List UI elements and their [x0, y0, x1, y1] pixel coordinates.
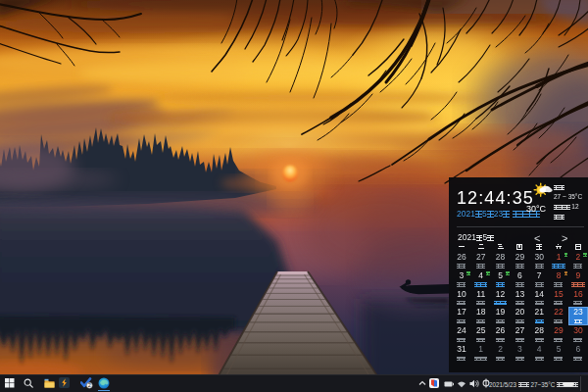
svg-text:2: 2	[88, 382, 91, 388]
